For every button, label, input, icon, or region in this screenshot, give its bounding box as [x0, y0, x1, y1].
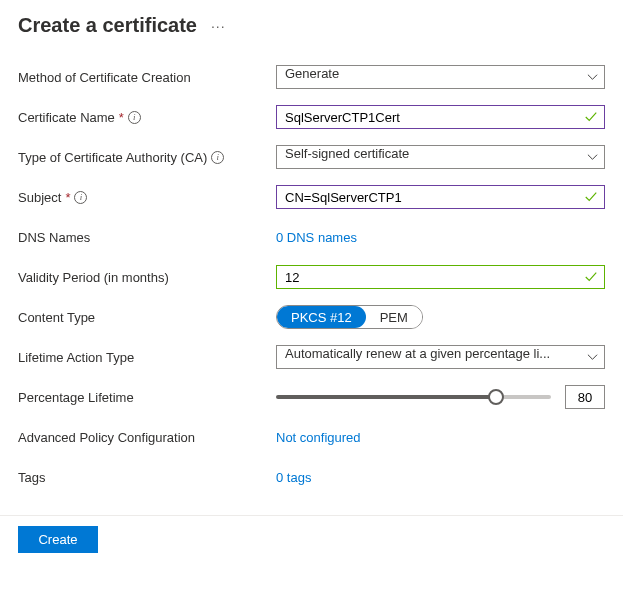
required-marker: * [65, 190, 70, 205]
certificate-name-input-wrap [276, 105, 605, 129]
validity-label: Validity Period (in months) [18, 270, 169, 285]
subject-label: Subject [18, 190, 61, 205]
slider-rail [276, 395, 551, 399]
pct-lifetime-label: Percentage Lifetime [18, 390, 134, 405]
required-marker: * [119, 110, 124, 125]
ca-type-label: Type of Certificate Authority (CA) [18, 150, 207, 165]
validity-input-wrap [276, 265, 605, 289]
subject-input[interactable] [276, 185, 605, 209]
lifetime-action-select[interactable]: Automatically renew at a given percentag… [276, 345, 605, 369]
more-icon[interactable]: ··· [211, 18, 226, 34]
ca-type-select[interactable]: Self-signed certificate [276, 145, 605, 169]
percentage-lifetime-slider[interactable] [276, 387, 551, 407]
lifetime-action-value: Automatically renew at a given percentag… [285, 346, 578, 361]
subject-input-wrap [276, 185, 605, 209]
content-type-pem[interactable]: PEM [366, 306, 422, 328]
info-icon[interactable]: i [128, 111, 141, 124]
validity-input[interactable] [276, 265, 605, 289]
content-type-label: Content Type [18, 310, 95, 325]
lifetime-action-label: Lifetime Action Type [18, 350, 134, 365]
advanced-policy-link[interactable]: Not configured [276, 430, 361, 445]
dns-names-link[interactable]: 0 DNS names [276, 230, 357, 245]
method-select[interactable]: Generate [276, 65, 605, 89]
info-icon[interactable]: i [211, 151, 224, 164]
content-type-toggle: PKCS #12 PEM [276, 305, 423, 329]
tags-label: Tags [18, 470, 45, 485]
method-label: Method of Certificate Creation [18, 70, 191, 85]
name-label: Certificate Name [18, 110, 115, 125]
slider-thumb[interactable] [488, 389, 504, 405]
page-title: Create a certificate [18, 14, 197, 37]
dns-label: DNS Names [18, 230, 90, 245]
ca-type-value: Self-signed certificate [285, 146, 409, 161]
create-button[interactable]: Create [18, 526, 98, 553]
certificate-name-input[interactable] [276, 105, 605, 129]
percentage-lifetime-input[interactable] [565, 385, 605, 409]
content-type-pkcs12[interactable]: PKCS #12 [277, 306, 366, 328]
info-icon[interactable]: i [74, 191, 87, 204]
tags-link[interactable]: 0 tags [276, 470, 311, 485]
method-value: Generate [285, 66, 339, 81]
advanced-label: Advanced Policy Configuration [18, 430, 195, 445]
